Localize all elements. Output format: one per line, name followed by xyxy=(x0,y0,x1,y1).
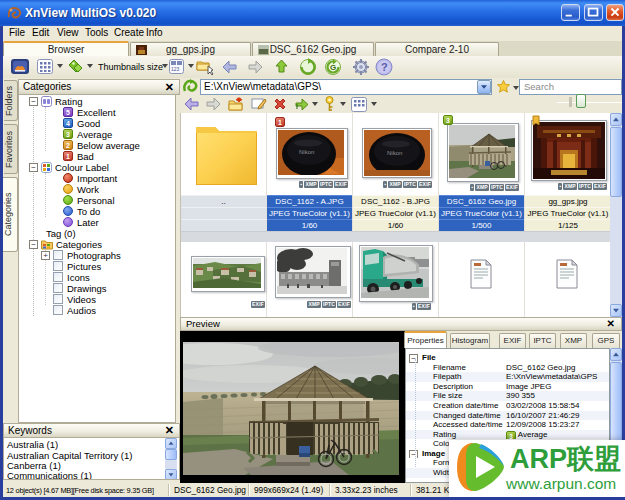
svg-text:123: 123 xyxy=(171,66,180,72)
svg-text:Nikon: Nikon xyxy=(387,150,402,156)
svg-text:Nikon: Nikon xyxy=(299,149,314,155)
svg-text:?: ? xyxy=(381,61,388,73)
svg-text:G: G xyxy=(330,63,336,72)
